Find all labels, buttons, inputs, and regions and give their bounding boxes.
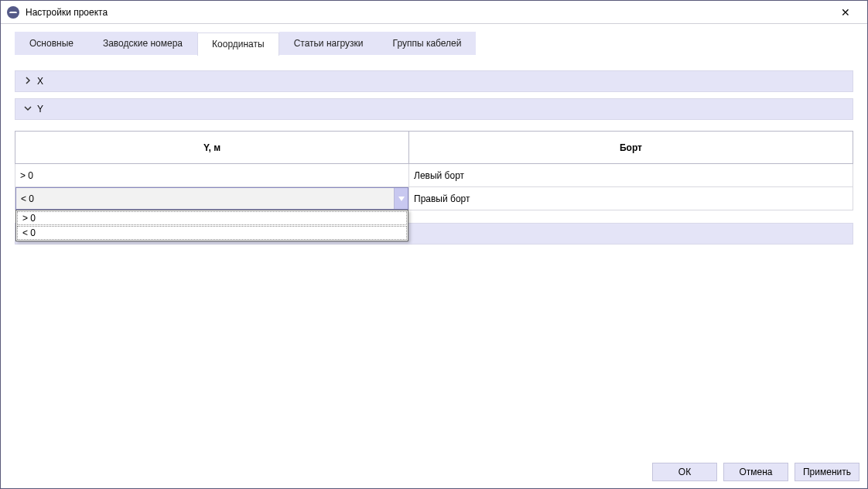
cancel-button[interactable]: Отмена (723, 463, 788, 481)
dialog-footer: ОК Отмена Применить (1, 456, 867, 488)
tab-loads[interactable]: Статьи нагрузки (279, 32, 378, 55)
project-settings-window: Настройки проекта ✕ Основные Заводские н… (0, 0, 868, 489)
accordion-y[interactable]: Y (15, 98, 853, 120)
table-row[interactable]: > 0 Левый борт (15, 164, 853, 187)
titlebar: Настройки проекта ✕ (1, 1, 867, 24)
col-header-side: Борт (409, 132, 853, 164)
tab-bar: Основные Заводские номера Координаты Ста… (15, 32, 853, 55)
col-header-y: Y, м (15, 132, 409, 164)
tab-cable-groups[interactable]: Группы кабелей (378, 32, 477, 55)
window-title: Настройки проекта (26, 7, 830, 18)
cell-y-dropdown[interactable]: < 0 > 0 < 0 (15, 187, 409, 210)
table-row[interactable]: < 0 > 0 < 0 Правый борт (15, 187, 853, 210)
cell-y[interactable]: > 0 (15, 164, 409, 187)
ok-button[interactable]: ОК (652, 463, 717, 481)
tab-main[interactable]: Основные (15, 32, 88, 55)
accordion-x[interactable]: X (15, 70, 853, 92)
cell-side[interactable]: Левый борт (409, 164, 853, 187)
close-icon[interactable]: ✕ (830, 6, 861, 19)
tab-coordinates[interactable]: Координаты (197, 32, 279, 56)
tab-content: X Y Y, м Борт (15, 55, 853, 456)
dropdown-option[interactable]: > 0 (17, 211, 407, 225)
chevron-right-icon (23, 76, 32, 87)
accordion-y-label: Y (37, 104, 43, 115)
dropdown-option[interactable]: < 0 (17, 226, 407, 240)
apply-button[interactable]: Применить (795, 463, 859, 481)
dropdown-value: < 0 (16, 193, 394, 204)
chevron-down-icon (23, 104, 32, 115)
accordion-x-label: X (37, 76, 43, 87)
dialog-body: Основные Заводские номера Координаты Ста… (1, 24, 867, 456)
app-icon (7, 6, 19, 19)
cell-side[interactable]: Правый борт (409, 187, 853, 210)
tab-serials[interactable]: Заводские номера (88, 32, 197, 55)
dropdown-toggle-icon[interactable] (394, 188, 408, 209)
dropdown-list: > 0 < 0 (15, 210, 408, 241)
y-table: Y, м Борт > 0 Левый борт < 0 (15, 131, 853, 210)
